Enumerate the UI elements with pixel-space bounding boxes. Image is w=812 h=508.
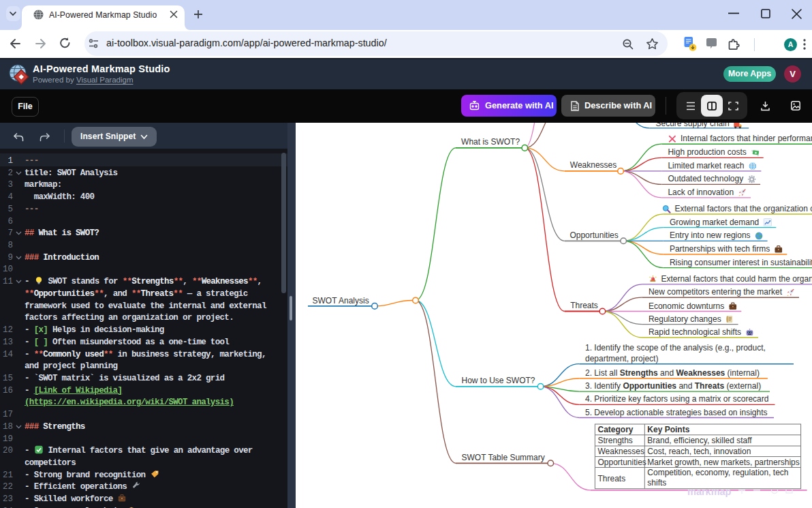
svg-text:4. Prioritize key factors usin: 4. Prioritize key factors using a matrix… bbox=[585, 394, 768, 404]
svg-text:shifts: shifts bbox=[647, 478, 666, 488]
svg-text:Internal factors that hinder p: Internal factors that hinder performance bbox=[681, 134, 812, 143]
svg-text:Secure supply chain: Secure supply chain bbox=[656, 123, 730, 128]
svg-text:Threats: Threats bbox=[570, 301, 598, 310]
svg-text:What is SWOT?: What is SWOT? bbox=[461, 137, 520, 147]
svg-text:Competition, economy, regulati: Competition, economy, regulation, tech bbox=[647, 468, 788, 477]
svg-text:Economic downturns: Economic downturns bbox=[649, 301, 724, 311]
svg-text:2. List all Strengths and Weak: 2. List all Strengths and Weaknesses (in… bbox=[585, 368, 760, 378]
svg-text:Key Points: Key Points bbox=[647, 425, 689, 434]
svg-text:Partnerships with tech firms: Partnerships with tech firms bbox=[670, 244, 770, 254]
svg-text:Weaknesses: Weaknesses bbox=[598, 447, 644, 456]
svg-text:Market growth, new markets, pa: Market growth, new markets, partnerships bbox=[647, 458, 799, 467]
svg-text:Threats: Threats bbox=[598, 474, 626, 483]
svg-text:Regulatory changes: Regulatory changes bbox=[649, 314, 721, 324]
svg-text:Brand, efficiency, skilled sta: Brand, efficiency, skilled staff bbox=[647, 436, 752, 445]
svg-text:Strengths: Strengths bbox=[598, 436, 633, 445]
svg-text:High production costs: High production costs bbox=[668, 147, 746, 157]
svg-text:Opportunities: Opportunities bbox=[569, 230, 618, 240]
svg-text:Rising consumer interest in su: Rising consumer interest in sustainabili… bbox=[670, 258, 812, 267]
svg-text:Cost, reach, tech, innovation: Cost, reach, tech, innovation bbox=[647, 447, 751, 456]
svg-text:Category: Category bbox=[598, 425, 634, 434]
svg-text:1. Identify the scope of the a: 1. Identify the scope of the analysis (e… bbox=[585, 343, 766, 353]
svg-text:Weaknesses: Weaknesses bbox=[570, 160, 616, 170]
svg-text:5. Develop actionable strategi: 5. Develop actionable strategies based o… bbox=[585, 408, 768, 417]
svg-text:Growing market demand: Growing market demand bbox=[670, 218, 759, 227]
svg-text:External factors that could ha: External factors that could harm the org… bbox=[661, 274, 812, 284]
svg-text:External factors that the orga: External factors that the organization c… bbox=[675, 204, 812, 213]
svg-text:How to Use SWOT?: How to Use SWOT? bbox=[462, 376, 535, 385]
svg-text:3. Identify Opportunities and: 3. Identify Opportunities and Threats (e… bbox=[585, 381, 761, 391]
svg-text:Entry into new regions: Entry into new regions bbox=[670, 230, 751, 240]
svg-text:Lack of innovation: Lack of innovation bbox=[668, 188, 734, 197]
svg-text:Opportunities: Opportunities bbox=[598, 458, 646, 467]
svg-text:Outdated technology: Outdated technology bbox=[668, 174, 743, 183]
svg-text:department, project): department, project) bbox=[585, 354, 658, 363]
svg-text:New competitors entering the m: New competitors entering the market bbox=[649, 287, 783, 297]
svg-text:SWOT Table Summary: SWOT Table Summary bbox=[462, 453, 545, 462]
svg-text:Limited market reach: Limited market reach bbox=[668, 161, 744, 170]
svg-text:SWOT Analysis: SWOT Analysis bbox=[313, 296, 369, 305]
svg-text:Rapid technological shifts: Rapid technological shifts bbox=[649, 327, 741, 337]
